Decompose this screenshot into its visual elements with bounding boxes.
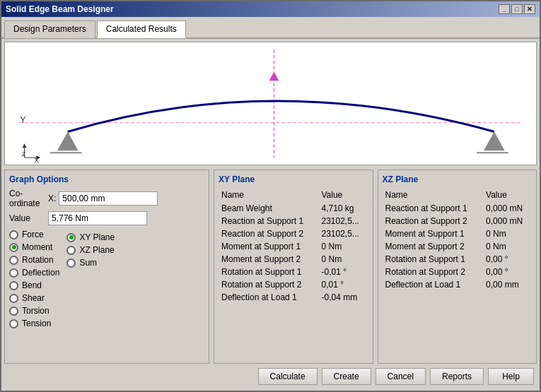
radio-moment-circle[interactable] [9,243,18,252]
table-row: Deflection at Load 10,00 mm [383,278,533,291]
x-label: X: [48,194,56,203]
minimize-button[interactable]: _ [499,4,510,14]
table-row: Deflection at Load 1-0,04 mm [219,291,368,304]
table-row: Reaction at Support 10,000 mN [383,202,533,215]
radio-xz-plane-circle[interactable] [66,246,76,255]
xy-col-value: Value [318,189,368,202]
coordinate-input[interactable] [59,191,158,206]
cell-name: Deflection at Load 1 [219,291,318,304]
cell-value: 0 Nm [318,240,368,253]
radio-bend[interactable]: Bend [9,280,59,290]
cell-name: Deflection at Load 1 [383,278,484,291]
cell-value: 23102,5... [318,227,368,240]
table-row: Rotation at Support 1-0,01 ° [219,266,368,278]
cell-value: 0,00 ° [483,253,532,266]
help-button[interactable]: Help [488,368,534,385]
cell-value: 0,000 mN [483,202,532,215]
radio-bend-circle[interactable] [9,281,18,290]
bottom-section: Graph Options Co-ordinate X: Value [4,170,537,364]
radio-tension-label: Tension [22,319,51,328]
radio-xy-plane[interactable]: XY Plane [66,232,115,242]
radio-rotation-label: Rotation [22,255,54,265]
radio-xy-plane-label: XY Plane [79,232,115,242]
table-row: Rotation at Support 20,00 ° [383,266,533,278]
cell-value: 23102,5... [318,215,368,227]
svg-text:Y: Y [21,115,26,125]
table-row: Rotation at Support 20,01 ° [219,278,368,291]
radio-bend-label: Bend [22,280,42,290]
table-row: Moment at Support 20 Nm [383,240,533,253]
plane-col: XY Plane XZ Plane Sum [66,232,115,328]
coordinate-row: Co-ordinate X: [9,189,204,208]
table-row: Moment at Support 10 Nm [383,227,533,240]
radio-sum-label: Sum [79,258,97,268]
reports-button[interactable]: Reports [430,368,484,385]
value-label: Value [9,213,48,223]
cell-name: Moment at Support 1 [383,227,484,240]
radio-sum[interactable]: Sum [66,258,115,268]
table-row: Reaction at Support 123102,5... [219,215,368,227]
cell-name: Moment at Support 1 [219,240,318,253]
cell-value: 0 Nm [483,227,532,240]
calculate-button[interactable]: Calculate [258,368,318,385]
create-button[interactable]: Create [322,368,371,385]
radio-moment[interactable]: Moment [9,242,59,252]
beam-diagram-svg: Y Z X [5,42,536,165]
table-row: Rotation at Support 10,00 ° [383,253,533,266]
cell-value: 0,000 mN [483,215,532,227]
cell-value: -0,01 ° [318,266,368,278]
radio-force-circle[interactable] [9,230,18,239]
value-input[interactable] [48,211,147,225]
cell-value: 0,00 mm [483,278,532,291]
cell-name: Reaction at Support 2 [219,227,318,240]
maximize-button[interactable]: □ [511,4,523,14]
radio-shear-circle[interactable] [9,294,18,303]
cell-value: 0,00 ° [483,266,532,278]
xz-col-name: Name [383,189,484,202]
cell-value: 0,01 ° [318,278,368,291]
cell-name: Reaction at Support 2 [383,215,484,227]
radio-tension-circle[interactable] [9,319,18,328]
xy-plane-panel: XY Plane Name Value Beam Weight4,710 kgR… [214,170,373,364]
beam-diagram-canvas: Y Z X [4,42,537,165]
xz-plane-table: Name Value Reaction at Support 10,000 mN… [383,189,533,291]
radio-deflection-circle[interactable] [9,268,18,278]
radio-xz-plane-label: XZ Plane [79,245,114,255]
cancel-button[interactable]: Cancel [376,368,426,385]
cell-name: Beam Weight [219,202,318,215]
radio-shear-label: Shear [22,293,45,303]
cell-name: Rotation at Support 1 [383,253,484,266]
radio-deflection[interactable]: Deflection [9,268,59,278]
graph-options-title: Graph Options [9,174,204,184]
xy-col-name: Name [219,189,318,202]
radio-shear[interactable]: Shear [9,293,59,303]
radio-torsion[interactable]: Torsion [9,306,59,316]
tab-design-parameters[interactable]: Design Parameters [4,20,95,38]
table-row: Moment at Support 10 Nm [219,240,368,253]
cell-name: Rotation at Support 2 [219,278,318,291]
xz-plane-panel: XZ Plane Name Value Reaction at Support … [378,170,537,364]
tab-calculated-results[interactable]: Calculated Results [97,20,186,38]
radio-torsion-circle[interactable] [9,307,18,316]
graph-type-col: Force Moment Rotation [9,230,59,328]
radio-rotation[interactable]: Rotation [9,255,59,265]
radio-tension[interactable]: Tension [9,319,59,328]
table-row: Reaction at Support 223102,5... [219,227,368,240]
radio-deflection-label: Deflection [22,268,59,278]
cell-name: Rotation at Support 1 [219,266,318,278]
xy-plane-table: Name Value Beam Weight4,710 kgReaction a… [219,189,368,304]
radio-force-label: Force [22,230,44,239]
svg-rect-0 [12,42,530,165]
radio-xz-plane[interactable]: XZ Plane [66,245,115,255]
title-bar-buttons: _ □ ✕ [499,4,535,14]
table-row: Beam Weight4,710 kg [219,202,368,215]
radio-torsion-label: Torsion [22,306,50,316]
radio-rotation-circle[interactable] [9,256,18,265]
radio-sum-circle[interactable] [66,259,76,268]
radio-force[interactable]: Force [9,230,59,239]
radio-columns: Force Moment Rotation [9,230,204,328]
close-button[interactable]: ✕ [524,4,535,14]
radio-xy-plane-circle[interactable] [66,233,76,242]
cell-value: 4,710 kg [318,202,368,215]
coordinate-label: Co-ordinate [9,189,48,208]
